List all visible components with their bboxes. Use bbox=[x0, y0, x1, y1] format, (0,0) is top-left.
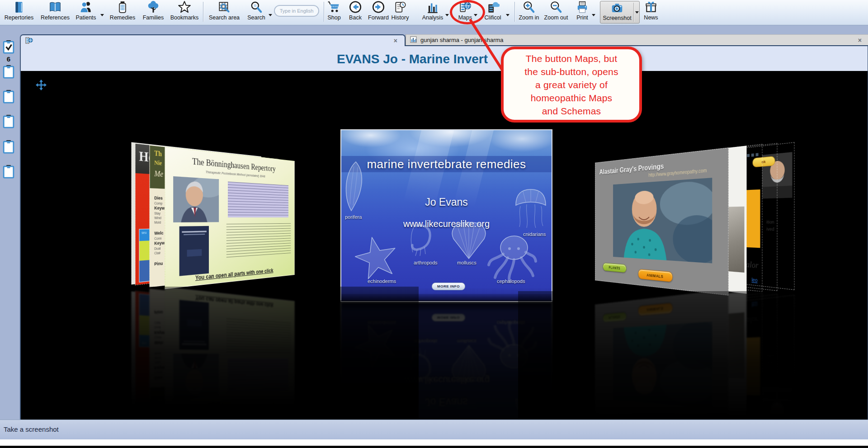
toolbar-label: Bookmarks bbox=[170, 14, 199, 21]
text-block-lavender bbox=[226, 179, 290, 220]
remedy-bottle-icon bbox=[116, 0, 129, 14]
toolbar-label: Maps bbox=[458, 14, 472, 21]
tab-gunjan-sharma[interactable]: gunjan sharma - gunjan sharma × bbox=[406, 34, 868, 45]
tab-label: gunjan sharma - gunjan sharma bbox=[420, 37, 504, 43]
jellyfish-icon bbox=[513, 375, 548, 417]
clipboard-4-icon[interactable] bbox=[3, 114, 14, 128]
label-cnidarians: cnidarians bbox=[523, 367, 546, 373]
slide-alastair-gray: Alastair Gray's Provings http://www.gray… bbox=[595, 289, 728, 420]
label-echinoderms: echinoderms bbox=[368, 278, 396, 284]
bonninghausen-title: The Bönninghausen Repertory bbox=[165, 401, 294, 420]
green-word: Keyw bbox=[154, 330, 203, 337]
toolbar-label: Back bbox=[349, 14, 362, 21]
more-info-button: MORE INFO bbox=[432, 314, 465, 321]
tab-close-icon[interactable]: × bbox=[394, 38, 397, 44]
green-word: Comp bbox=[154, 370, 203, 375]
ho-artwork bbox=[135, 291, 264, 403]
center-slide-group: marine invertebrate remedies Jo Evans ww… bbox=[340, 129, 552, 302]
starfish-icon bbox=[353, 234, 399, 280]
green-word: Pinu bbox=[154, 309, 203, 318]
toolbar-label: References bbox=[41, 14, 70, 21]
strip-text-fragment: ition bbox=[766, 219, 774, 224]
pan-move-icon[interactable] bbox=[35, 79, 47, 91]
green-heading-fragment: Nie bbox=[154, 159, 162, 167]
toolbar-button-news[interactable]: News bbox=[633, 0, 669, 21]
toolbar-button-families[interactable]: Families bbox=[136, 0, 171, 21]
toolbar-label: News bbox=[644, 14, 658, 21]
clipboard-2-icon[interactable] bbox=[3, 65, 14, 79]
label-porifera: porifera bbox=[345, 384, 362, 390]
bonninghausen-footer: You can open all parts with one click bbox=[165, 292, 294, 311]
toolbar-label: Remedies bbox=[110, 14, 135, 21]
toolbar-button-clificol[interactable]: Clificol bbox=[475, 0, 510, 21]
open-book-icon bbox=[48, 0, 62, 14]
toolbar-button-search-area[interactable]: Search area bbox=[207, 0, 242, 21]
toolbar-button-repertories[interactable]: Repertories bbox=[1, 0, 37, 21]
ho-thumb-caption: seu bbox=[142, 341, 146, 345]
right-slide-group: ok ition ived alor leo Alastair Gray's P… bbox=[545, 143, 835, 292]
tabbar-close-icon[interactable]: × bbox=[858, 37, 862, 43]
center-slide-title: marine invertebrate remedies bbox=[367, 157, 526, 171]
green-word: Wind bbox=[154, 356, 203, 360]
patients-dropdown-arrow[interactable] bbox=[100, 14, 104, 18]
arthropod-icon bbox=[408, 344, 434, 382]
clipboard-6-icon[interactable] bbox=[3, 165, 14, 179]
portrait-photo bbox=[173, 176, 219, 222]
search-icon bbox=[250, 0, 263, 14]
toolbar-label: Repertories bbox=[5, 14, 34, 21]
analysis-mini-icon bbox=[410, 36, 417, 43]
more-info-button[interactable]: MORE INFO bbox=[432, 283, 465, 290]
green-word: Mold bbox=[154, 351, 203, 356]
toolbar-button-references[interactable]: References bbox=[38, 0, 73, 21]
toolbar-button-patients[interactable]: Patients bbox=[68, 0, 104, 21]
book-icon bbox=[12, 0, 26, 14]
tab-presentation-active[interactable]: × bbox=[20, 34, 406, 46]
clificol-dropdown-arrow[interactable] bbox=[506, 14, 509, 18]
cloud-database-icon bbox=[486, 0, 500, 14]
author-name: Jo Evans bbox=[341, 396, 552, 408]
print-dropdown-arrow[interactable] bbox=[592, 14, 595, 18]
zoom-out-icon bbox=[549, 0, 563, 14]
book-cover-image bbox=[179, 226, 209, 276]
bar-chart-icon bbox=[426, 0, 439, 14]
clipboard-count: 6 bbox=[0, 55, 17, 63]
toolbar-label: Clificol bbox=[485, 14, 501, 21]
toolbar-button-bookmarks[interactable]: Bookmarks bbox=[167, 0, 202, 21]
octopus-icon bbox=[486, 234, 538, 286]
clipboard-3-icon[interactable] bbox=[3, 90, 14, 104]
strip-portrait-photo bbox=[762, 387, 793, 420]
toolbar-button-remedies[interactable]: Remedies bbox=[105, 0, 140, 21]
left-slide-stack-reflection: Ho seu Th Nie Me Dies Comp Keyw Stay bbox=[111, 288, 392, 420]
slide-alastair-gray[interactable]: Alastair Gray's Provings http://www.gray… bbox=[595, 147, 728, 295]
jellyfish-icon bbox=[513, 187, 548, 229]
plants-button: PLANTS bbox=[603, 312, 627, 322]
search-input[interactable] bbox=[276, 8, 317, 14]
search-dropdown-arrow[interactable] bbox=[269, 14, 272, 18]
strip-link: leo bbox=[751, 302, 757, 308]
ho-title: Ho bbox=[139, 410, 154, 420]
clipboard-1-checked-icon[interactable] bbox=[3, 40, 14, 54]
status-tooltip-text: Take a screenshot bbox=[4, 425, 59, 433]
maps-mini-icon bbox=[25, 37, 33, 44]
gift-icon bbox=[644, 0, 658, 14]
strip-orange-block bbox=[726, 337, 760, 396]
callout-line: a great variety of bbox=[504, 78, 639, 91]
toolbar-label: History bbox=[392, 14, 409, 21]
green-word: Welc bbox=[154, 340, 203, 346]
ho-thumbnail: seu bbox=[139, 293, 161, 348]
book-cover-image bbox=[179, 300, 209, 350]
toolbar-button-history[interactable]: History bbox=[382, 0, 418, 21]
slide-marine-invertebrate[interactable]: marine invertebrate remedies Jo Evans ww… bbox=[340, 129, 552, 302]
label-porifera: porifera bbox=[345, 214, 362, 220]
toolbar-label: Families bbox=[143, 14, 164, 21]
starfish-icon bbox=[353, 324, 399, 370]
slide-marine-invertebrate: marine invertebrate remedies Jo Evans ww… bbox=[340, 302, 552, 420]
annotation-callout: The button Maps, but the sub-button, ope… bbox=[501, 47, 642, 123]
tree-icon bbox=[146, 0, 160, 14]
slide-bonninghausen[interactable]: The Bönninghausen Repertory Therapeutic … bbox=[165, 147, 294, 289]
camera-icon bbox=[610, 1, 624, 15]
light-ray bbox=[396, 364, 454, 420]
clipboard-5-icon[interactable] bbox=[3, 140, 14, 154]
slide-green-repertory: Th Nie Me Dies Comp Keyw Stay Wind Mold … bbox=[149, 289, 279, 420]
slide-bottom-band bbox=[341, 303, 552, 310]
